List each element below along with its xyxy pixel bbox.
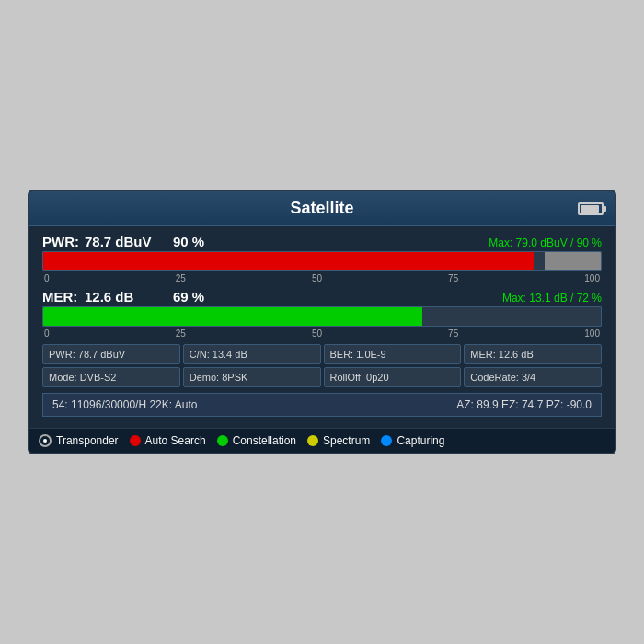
info-grid: PWR: 78.7 dBuV C/N: 13.4 dB BER: 1.0E-9 … <box>42 344 602 387</box>
pwr-max: Max: 79.0 dBuV / 90 % <box>489 236 602 249</box>
mer-row: MER: 12.6 dB 69 % Max: 13.1 dB / 72 % <box>42 289 602 305</box>
mer-scale-100: 100 <box>584 328 600 339</box>
main-content: PWR: 78.7 dBuV 90 % Max: 79.0 dBuV / 90 … <box>29 226 615 428</box>
pwr-bar-red <box>43 252 534 270</box>
status-bar: 54: 11096/30000/H 22K: Auto AZ: 89.9 EZ:… <box>42 393 602 417</box>
mer-max: Max: 13.1 dB / 72 % <box>502 292 602 305</box>
nav-constellation-label: Constellation <box>233 434 296 447</box>
transponder-icon <box>39 434 52 447</box>
info-cell-ber: BER: 1.0E-9 <box>324 344 462 364</box>
spectrum-dot <box>307 435 318 446</box>
mer-scale-50: 50 <box>312 328 322 339</box>
nav-transponder[interactable]: Transponder <box>39 434 130 447</box>
scale-100: 100 <box>584 273 600 283</box>
nav-capturing[interactable]: Capturing <box>381 434 455 447</box>
pwr-label: PWR: <box>42 234 79 249</box>
battery-icon <box>578 202 604 215</box>
pwr-bar <box>42 251 602 271</box>
info-cell-coderate: CodeRate: 3/4 <box>464 367 602 387</box>
pwr-scale: 0 25 50 75 100 <box>42 273 602 283</box>
pwr-bar-gray <box>545 252 601 270</box>
mer-scale-75: 75 <box>448 328 458 339</box>
nav-spectrum-label: Spectrum <box>323 434 370 447</box>
bottom-nav: Transponder Auto Search Constellation Sp… <box>29 428 615 453</box>
mer-bar <box>42 306 602 327</box>
info-cell-demo: Demo: 8PSK <box>183 367 321 387</box>
constellation-dot <box>217 435 228 446</box>
nav-spectrum[interactable]: Spectrum <box>307 434 381 447</box>
mer-label: MER: <box>42 289 79 305</box>
info-cell-rolloff: RollOff: 0p20 <box>324 367 462 387</box>
mer-scale: 0 25 50 75 100 <box>42 328 602 339</box>
nav-auto-search-label: Auto Search <box>145 434 206 447</box>
scale-25: 25 <box>176 273 186 283</box>
info-cell-mode: Mode: DVB-S2 <box>42 367 180 387</box>
nav-transponder-label: Transponder <box>56 434 119 447</box>
battery-fill <box>581 205 599 213</box>
pwr-row: PWR: 78.7 dBuV 90 % Max: 79.0 dBuV / 90 … <box>42 234 602 249</box>
scale-75: 75 <box>448 273 458 283</box>
page-title: Satellite <box>290 199 353 218</box>
mer-percent: 69 % <box>173 289 497 305</box>
status-right: AZ: 89.9 EZ: 74.7 PZ: -90.0 <box>331 398 592 411</box>
mer-bar-green <box>43 307 422 326</box>
capturing-dot <box>381 435 392 446</box>
nav-capturing-label: Capturing <box>397 434 444 447</box>
mer-scale-25: 25 <box>176 328 186 339</box>
info-cell-mer: MER: 12.6 dB <box>464 344 602 364</box>
info-cell-pwr: PWR: 78.7 dBuV <box>42 344 180 364</box>
scale-50: 50 <box>312 273 322 283</box>
title-bar: Satellite <box>29 191 615 226</box>
nav-auto-search[interactable]: Auto Search <box>130 434 217 447</box>
device-panel: Satellite PWR: 78.7 dBuV 90 % Max: 79.0 … <box>28 190 616 454</box>
scale-0: 0 <box>44 273 50 283</box>
nav-constellation[interactable]: Constellation <box>217 434 307 447</box>
mer-value: 12.6 dB <box>85 289 167 305</box>
info-cell-cn: C/N: 13.4 dB <box>183 344 321 364</box>
pwr-percent: 90 % <box>173 234 483 249</box>
status-left: 54: 11096/30000/H 22K: Auto <box>52 398 313 411</box>
pwr-value: 78.7 dBuV <box>85 234 167 249</box>
mer-scale-0: 0 <box>44 328 50 339</box>
auto-search-dot <box>130 435 141 446</box>
